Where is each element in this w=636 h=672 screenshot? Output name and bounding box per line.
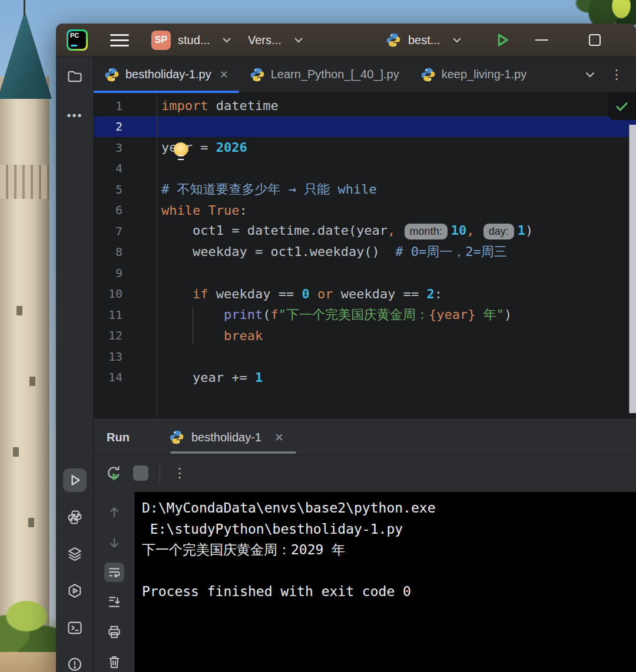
run-config-selector[interactable]: best... <box>386 24 461 56</box>
minimize-button[interactable] <box>524 24 559 56</box>
line-number[interactable]: 11 <box>94 308 157 322</box>
line-number[interactable]: 9 <box>94 266 157 280</box>
editor-tab-2[interactable]: keep_living-1.py <box>410 56 538 92</box>
editor-tab-1[interactable]: Learn_Python_[_40_].py <box>239 56 410 92</box>
code-line: 8 weekday = oct1.weekday() # 0=周一，2=周三 <box>94 242 636 263</box>
line-number[interactable]: 7 <box>94 224 157 238</box>
code-token: f <box>270 307 278 322</box>
console-region: D:\MyCondaData\envs\base2\python.exe E:\… <box>94 492 636 672</box>
line-number[interactable]: 12 <box>94 328 157 342</box>
code-text[interactable]: year = 2026 <box>157 140 247 155</box>
sidebar-item-python-packages[interactable] <box>63 505 87 529</box>
code-text[interactable]: if weekday == 0 or weekday == 2: <box>157 287 442 301</box>
tab-list-chevron-icon[interactable] <box>585 72 595 78</box>
code-text[interactable]: print(f"下一个完美国庆黄金周：{year} 年") <box>157 306 512 324</box>
code-line: 11 print(f"下一个完美国庆黄金周：{year} 年") <box>94 304 636 325</box>
console-output[interactable]: D:\MyCondaData\envs\base2\python.exe E:\… <box>135 492 636 672</box>
sidebar-item-terminal[interactable] <box>63 616 87 640</box>
code-line: 12 break <box>94 325 636 347</box>
line-number[interactable]: 6 <box>94 203 157 217</box>
close-icon[interactable]: ✕ <box>220 68 228 81</box>
code-text[interactable]: import datetime <box>157 98 279 113</box>
pycharm-logo-icon[interactable]: PC <box>67 29 88 51</box>
code-text[interactable]: while True: <box>157 203 247 218</box>
line-number[interactable]: 8 <box>94 245 157 259</box>
close-icon[interactable]: ✕ <box>274 431 284 444</box>
editor-scrollbar[interactable] <box>629 125 636 413</box>
line-number[interactable]: 3 <box>94 141 157 155</box>
code-line: 4 <box>94 158 636 179</box>
sidebar-item-problems[interactable] <box>63 653 87 672</box>
project-badge: SP <box>151 31 171 50</box>
maximize-button[interactable] <box>577 24 612 56</box>
code-token: 年" <box>475 307 504 322</box>
line-number[interactable]: 13 <box>94 350 157 364</box>
code-token: datetime <box>208 98 278 113</box>
line-number[interactable]: 5 <box>94 182 157 197</box>
sidebar-item-structure[interactable] <box>63 542 87 565</box>
code-token: 1 <box>518 223 525 238</box>
code-token: ) <box>525 223 533 238</box>
line-number[interactable]: 1 <box>94 99 157 113</box>
code-token: weekday = oct1.weekday() <box>161 244 395 259</box>
code-token: {year} <box>429 307 475 322</box>
clear-all-button[interactable] <box>104 652 124 672</box>
python-icon <box>169 430 184 445</box>
python-icon <box>104 67 120 82</box>
soft-wrap-button[interactable] <box>104 563 124 583</box>
code-token <box>161 287 193 301</box>
editor-column: bestholiday-1.py✕Learn_Python_[_40_].pyk… <box>94 56 636 672</box>
run-button[interactable] <box>485 24 520 56</box>
checkmark-icon <box>614 99 630 114</box>
code-line: 9 <box>94 262 636 284</box>
stop-button[interactable] <box>131 464 150 483</box>
code-editor[interactable]: 1import datetime23year = 202645# 不知道要查多少… <box>94 93 636 418</box>
rerun-button[interactable] <box>104 464 123 483</box>
code-text[interactable]: weekday = oct1.weekday() # 0=周一，2=周三 <box>157 243 507 261</box>
sidebar-item-more[interactable]: ••• <box>63 104 87 127</box>
line-number[interactable]: 2 <box>94 119 157 134</box>
tool-window-stripe: ••• <box>56 56 94 672</box>
code-token: 0 <box>302 287 309 301</box>
code-token: or <box>317 287 333 301</box>
code-text[interactable]: # 不知道要查多少年 → 只能 while <box>157 181 377 198</box>
indent-guide <box>193 307 193 345</box>
sidebar-item-services[interactable] <box>63 579 87 603</box>
line-number[interactable]: 14 <box>94 370 157 384</box>
print-button[interactable] <box>104 622 124 642</box>
inspection-widget[interactable] <box>608 93 636 120</box>
sidebar-item-run[interactable] <box>63 468 87 492</box>
code-token: if <box>193 287 208 301</box>
editor-tab-0[interactable]: bestholiday-1.py✕ <box>94 56 239 92</box>
scroll-down-button[interactable] <box>104 533 124 553</box>
scroll-to-end-button[interactable] <box>104 592 124 612</box>
trees-top-right <box>554 0 636 25</box>
tab-label: bestholiday-1.py <box>125 68 211 81</box>
scroll-up-button[interactable] <box>104 503 124 523</box>
console-line: E:\studyPython\bestholiday-1.py <box>142 519 636 540</box>
vcs-selector[interactable]: Vers... <box>248 24 303 56</box>
project-name: stud... <box>178 34 210 47</box>
console-line: 下一个完美国庆黄金周：2029 年 <box>142 540 636 561</box>
run-options-kebab-icon[interactable]: ⋮ <box>170 464 189 483</box>
console-line <box>142 561 636 582</box>
run-config-name: best... <box>408 34 440 47</box>
code-token: "下一个完美国庆黄金周： <box>279 307 429 322</box>
code-text[interactable]: year += 1 <box>157 370 263 385</box>
main-menu-button[interactable] <box>110 24 129 56</box>
line-number[interactable]: 10 <box>94 287 157 301</box>
code-text[interactable]: break <box>157 328 263 343</box>
project-selector[interactable]: SP stud... <box>151 24 231 56</box>
run-console-tab[interactable]: bestholiday-1 ✕ <box>169 418 284 456</box>
intention-bulb-icon[interactable] <box>174 142 188 157</box>
tab-options-kebab-icon[interactable]: ⋮ <box>610 67 623 82</box>
code-line: 7 oct1 = datetime.date(year, month:10, d… <box>94 221 636 242</box>
code-line: 13 <box>94 346 636 367</box>
code-token: , <box>466 223 474 238</box>
run-tab-label: bestholiday-1 <box>191 431 261 444</box>
code-text[interactable]: oct1 = datetime.date(year, month:10, day… <box>157 223 533 239</box>
toolbar-separator <box>160 463 160 484</box>
line-number[interactable]: 4 <box>94 161 157 175</box>
code-token: # 不知道要查多少年 → 只能 while <box>161 182 377 197</box>
sidebar-item-project[interactable] <box>63 65 87 88</box>
